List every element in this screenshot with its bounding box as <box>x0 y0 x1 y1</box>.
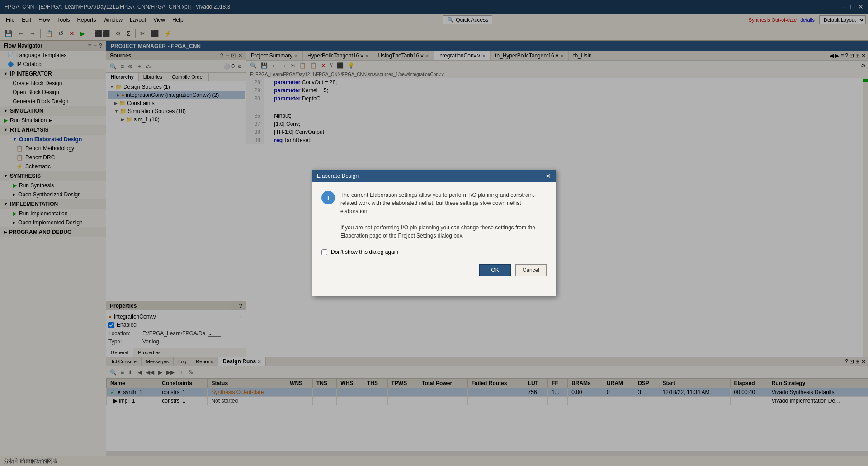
modal-title-bar: Elaborate Design ✕ <box>312 170 556 182</box>
modal-info: i The current Elaboration settings allow… <box>321 191 547 240</box>
modal-text-p1: The current Elaboration settings allow y… <box>340 191 547 215</box>
modal-buttons: OK Cancel <box>321 264 547 276</box>
elaborate-design-modal: Elaborate Design ✕ i The current Elabora… <box>312 170 556 296</box>
modal-title: Elaborate Design <box>317 173 359 179</box>
modal-overlay: Elaborate Design ✕ i The current Elabora… <box>0 0 868 466</box>
modal-text: The current Elaboration settings allow y… <box>340 191 547 240</box>
modal-body: i The current Elaboration settings allow… <box>312 182 556 285</box>
dont-show-label: Don't show this dialog again <box>331 249 398 255</box>
cancel-button[interactable]: Cancel <box>515 264 547 276</box>
dont-show-checkbox[interactable] <box>321 249 327 255</box>
modal-text-p2: If you are not performing I/O pin planni… <box>340 223 547 240</box>
ok-button[interactable]: OK <box>479 264 510 276</box>
modal-close-btn[interactable]: ✕ <box>546 172 551 180</box>
info-icon: i <box>321 191 335 204</box>
modal-checkbox-row: Don't show this dialog again <box>321 249 547 255</box>
